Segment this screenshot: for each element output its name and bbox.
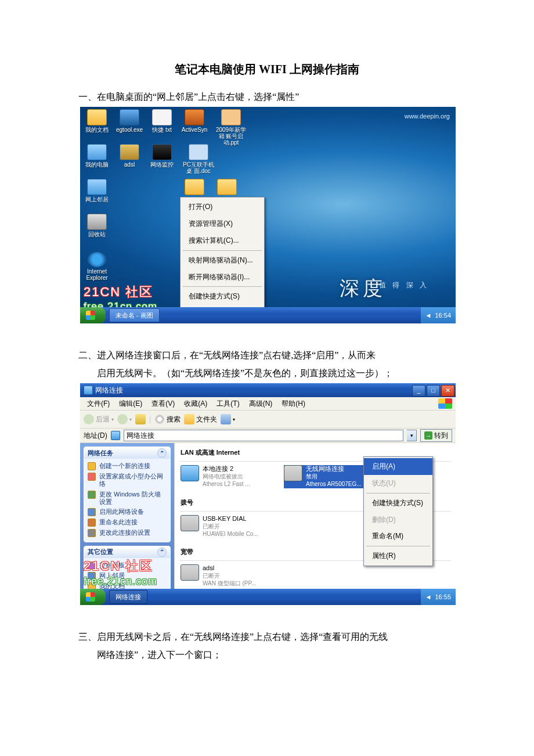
windows-flag-icon [438,398,452,409]
connection-wlan[interactable]: 无线网络连接禁用Atheros AR5007EG... [284,465,371,488]
ctx2-delete: 删除(D) [364,512,432,528]
tray-icon: ◄ [425,591,432,603]
ctx2-shortcut[interactable]: 创建快捷方式(S) [364,495,432,512]
wallpaper-brand-sub: 值 得 深 入 [379,279,429,292]
menu-tools[interactable]: 工具(T) [213,397,243,411]
address-icon [111,431,120,440]
ctx-search[interactable]: 搜索计算机(C)... [181,232,264,249]
go-arrow-icon: → [424,431,432,440]
desktop-ie-icon[interactable]: Internet Explorer [84,252,110,281]
task-enable-device[interactable]: 启用此网络设备 [88,507,167,517]
title-post: 上网操作指南 [287,63,359,75]
ctx2-rename[interactable]: 重命名(M) [364,528,432,545]
desktop-activesync-icon[interactable]: ActiveSyn [181,109,208,133]
address-label: 地址(D) [84,429,107,442]
address-bar: 地址(D) ▾ →转到 [80,429,456,443]
ctx-unmap[interactable]: 断开网络驱动器(I)... [181,269,264,286]
taskbar-2: 网络连接 ◄ 16:55 [80,589,456,605]
step-3-text: 三、启用无线网卡之后，在“无线网络连接”上点右键，选择“查看可用的无线 网络连接… [78,628,456,664]
start-button[interactable] [80,307,106,323]
toolbar-forward-button[interactable]: ▾ [117,414,132,424]
ctx-shortcut[interactable]: 创建快捷方式(S) [181,288,264,305]
connection-lan[interactable]: 本地连接 2网络电缆被拔出Atheros L2 Fast ... [181,465,279,488]
desktop-context-menu: 打开(O) 资源管理器(X) 搜索计算机(C)... 映射网络驱动器(N)...… [180,197,265,323]
adsl-icon [181,564,199,581]
screenshot-desktop: www.deepin.org 我的文档 egtool.exe 快捷 txt Ac… [80,107,456,323]
desktop-netmon-icon[interactable]: 网络监控 [149,144,175,168]
chevron-up-icon[interactable]: ⌃ [157,448,167,458]
task-new-connection[interactable]: 创建一个新的连接 [88,461,167,471]
lan-icon [181,465,199,481]
desktop-txt-icon[interactable]: 快捷 txt [149,109,175,133]
window-minimize-button[interactable]: _ [412,385,425,397]
desktop-mydocs-icon[interactable]: 我的文档 [84,109,110,133]
menu-help[interactable]: 帮助(H) [278,397,309,411]
address-input[interactable] [124,430,403,441]
desktop-ppt-icon[interactable]: 2009年新学籍 账号启动.ppt [214,109,248,146]
desktop-folder1-icon[interactable] [181,179,208,196]
desktop-mypc-icon[interactable]: 我的电脑 [84,144,110,168]
desktop-recycle-icon[interactable]: 回收站 [84,214,110,237]
ctx2-enable[interactable]: 启用(A) [364,458,432,475]
ctx2-properties[interactable]: 属性(R) [364,548,432,564]
ctx2-status: 状态(U) [364,475,432,492]
task-setup-network[interactable]: 设置家庭或小型办公网络 [88,471,167,489]
panel-network-tasks-title: 网络任务 [88,447,113,459]
panel-network-tasks: 网络任务⌃ 创建一个新的连接 设置家庭或小型办公网络 更改 Windows 防火… [84,447,171,542]
ctx-open[interactable]: 打开(O) [181,199,264,215]
connection-context-menu: 启用(A) 状态(U) 创建快捷方式(S) 删除(D) 重命名(M) 属性(R) [363,456,433,566]
toolbar-up-button[interactable] [135,414,146,424]
taskbar-app-network[interactable]: 网络连接 [109,590,147,604]
system-tray-2[interactable]: ◄ 16:55 [421,589,456,605]
connection-adsl[interactable]: adsl已断开WAN 微型端口 (PP... [181,564,279,588]
screenshot-network-connections: 网络连接 _ □ ✕ 文件(F) 编辑(E) 查看(V) 收藏(A) 工具(T)… [80,383,456,605]
task-rename[interactable]: 重命名此连接 [88,517,167,528]
ctx-map[interactable]: 映射网络驱动器(N)... [181,252,264,269]
step-2-text: 二、进入网络连接窗口后，在“无线网络连接”点右键,选择“启用”，从而来 启用无线… [78,347,456,382]
wallpaper-url: www.deepin.org [405,110,450,123]
menubar: 文件(F) 编辑(E) 查看(V) 收藏(A) 工具(T) 高级(N) 帮助(H… [80,397,456,411]
desktop-network-neighborhood-icon[interactable]: 网上邻居 [84,179,110,203]
menu-fav[interactable]: 收藏(A) [181,397,211,411]
step-1-text: 一、在电脑桌面的“网上邻居”上点击右键，选择“属性” [78,88,456,106]
window-icon [84,386,93,395]
ctx-explorer[interactable]: 资源管理器(X) [181,215,264,232]
desktop-egtool-icon[interactable]: egtool.exe [116,109,143,133]
window-close-button[interactable]: ✕ [441,385,454,397]
desktop-doc-icon[interactable]: PC互联手机桌 面.doc [181,144,216,174]
toolbar-folders-button[interactable]: 文件夹 [184,413,217,426]
chevron-up-icon[interactable]: ⌃ [157,548,167,557]
toolbar-views-button[interactable]: ▾ [221,414,235,424]
system-tray[interactable]: ◄ 16:54 [421,307,456,323]
toolbar-back-button[interactable]: 后退▾ [84,413,114,426]
dial-icon [181,515,199,531]
start-icon [86,592,95,602]
desktop-adsl-icon[interactable]: adsl [116,144,143,168]
tray-clock: 16:54 [435,309,451,322]
wlan-icon [284,465,302,481]
start-button-2[interactable] [80,589,106,605]
task-change-settings[interactable]: 更改此连接的设置 [88,528,167,538]
title-pre: 笔记本电脑使用 [175,63,259,75]
toolbar-search-button[interactable]: 搜索 [154,413,181,426]
toolbar: 后退▾ ▾ | 搜索 文件夹 ▾ [80,411,456,429]
address-dropdown[interactable]: ▾ [407,430,417,441]
tray-clock: 16:55 [435,591,451,603]
task-firewall[interactable]: 更改 Windows 防火墙设置 [88,489,167,507]
watermark-site-2: free.21cn.com [84,571,157,591]
window-maximize-button[interactable]: □ [427,385,440,397]
window-titlebar: 网络连接 _ □ ✕ [80,383,456,397]
taskbar: 未命名 - 画图 ◄ 16:54 [80,307,456,323]
menu-edit[interactable]: 编辑(E) [116,397,146,411]
menu-file[interactable]: 文件(F) [84,397,113,411]
menu-adv[interactable]: 高级(N) [246,397,276,411]
tray-icon: ◄ [425,309,432,322]
document-title: 笔记本电脑使用 WIFI 上网操作指南 [78,58,456,80]
connection-dial[interactable]: USB-KEY DIAL已断开HUAWEI Mobile Co... [181,515,279,538]
desktop-folder2-icon[interactable] [214,179,240,196]
address-go-button[interactable]: →转到 [420,429,452,442]
window-title: 网络连接 [95,384,123,397]
start-icon [86,311,95,320]
menu-view[interactable]: 查看(V) [148,397,178,411]
taskbar-app-paint[interactable]: 未命名 - 画图 [109,308,160,322]
